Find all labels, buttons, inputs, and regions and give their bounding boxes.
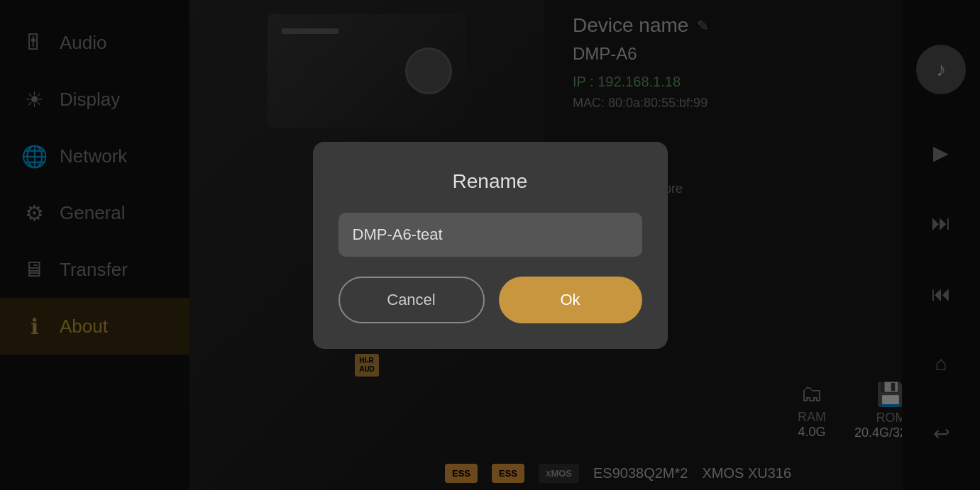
- rename-dialog: Rename Cancel Ok: [313, 142, 668, 349]
- dialog-overlay: Rename Cancel Ok: [0, 0, 980, 490]
- rename-input[interactable]: [338, 213, 642, 257]
- cancel-button[interactable]: Cancel: [338, 277, 485, 323]
- dialog-buttons: Cancel Ok: [338, 277, 642, 323]
- dialog-title: Rename: [453, 170, 528, 193]
- ok-button[interactable]: Ok: [499, 277, 642, 323]
